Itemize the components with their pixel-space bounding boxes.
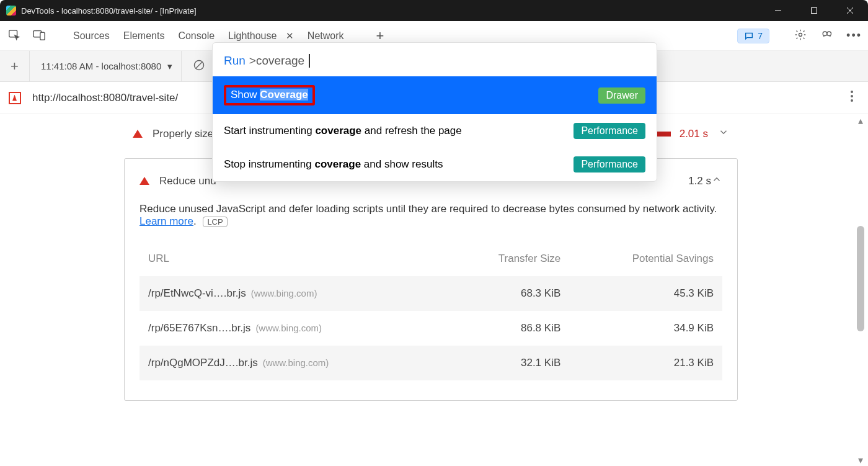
audit-reduce-js: Reduce unu 1.2 s Reduce unused JavaScrip… [124,158,738,401]
tab-sources[interactable]: Sources [72,28,111,44]
opt-highlight: coverage [314,158,361,170]
svg-point-9 [851,95,853,97]
svg-point-10 [851,99,853,102]
table-row: /rp/65E767Ksn….br.js(www.bing.com) 86.8 … [140,311,722,346]
audit-value: 2.01 s [680,128,708,140]
feedback-icon[interactable] [820,29,833,43]
lighthouse-icon [9,92,21,104]
window-close[interactable] [832,0,868,21]
opt-suffix: and refresh the page [361,125,462,137]
tab-elements[interactable]: Elements [122,28,166,44]
cell-savings: 21.3 KiB [569,346,722,380]
cell-url: /rp/65E767Ksn….br.js [148,322,250,334]
tab-lighthouse[interactable]: Lighthouse ✕ [227,28,295,44]
th-savings: Potential Savings [569,241,722,276]
chevron-down-icon[interactable] [718,127,729,141]
command-menu: Run >coverage Show Coverage Drawer Start… [212,42,657,182]
run-label: Run [224,54,246,68]
opt-highlight: Coverage [260,89,308,101]
lcp-tag: LCP [203,217,227,227]
window-minimize[interactable] [760,0,796,21]
inspect-element-icon[interactable] [7,28,21,44]
svg-point-6 [827,32,831,36]
tab-lighthouse-label: Lighthouse [228,30,277,41]
cell-savings: 34.9 KiB [569,311,722,346]
performance-badge: Performance [574,156,645,173]
svg-point-5 [823,32,827,36]
cmd-option-stop-coverage[interactable]: Stop instrumenting coverage and show res… [213,148,657,181]
scrollbar[interactable]: ▴ ▾ [856,114,866,466]
svg-point-4 [799,33,802,36]
tab-network[interactable]: Network [306,28,345,44]
cell-host: (www.bing.com) [263,357,329,368]
opt-prefix: Show [231,89,260,101]
add-tab-icon[interactable]: + [376,28,384,44]
scroll-down-icon[interactable]: ▾ [856,455,866,465]
cmd-option-show-coverage[interactable]: Show Coverage Drawer [213,76,657,114]
cell-url: /rp/EtNwcQ-vi….br.js [148,287,246,299]
report-menu-icon[interactable] [849,89,854,106]
fail-triangle-icon [133,130,143,138]
cell-savings: 45.3 KiB [569,276,722,311]
window-maximize[interactable] [796,0,832,21]
svg-point-8 [851,91,853,93]
cell-url: /rp/nQgMOPZdJ….br.js [148,357,258,369]
cmd-option-start-coverage[interactable]: Start instrumenting coverage and refresh… [213,114,657,148]
report-time: 11:41:08 AM - localhost:8080 [41,61,161,71]
cell-size: 86.8 KiB [446,311,569,346]
opt-prefix: Stop instrumenting [224,158,314,170]
scroll-thumb[interactable] [857,226,864,331]
command-text: >coverage [249,54,304,68]
command-input[interactable]: Run >coverage [213,43,657,76]
tab-console[interactable]: Console [177,28,216,44]
device-toolbar-icon[interactable] [32,28,46,44]
cell-size: 68.3 KiB [446,276,569,311]
table-row: /rp/EtNwcQ-vi….br.js(www.bing.com) 68.3 … [140,276,722,311]
cell-host: (www.bing.com) [255,323,322,333]
cell-host: (www.bing.com) [251,288,317,298]
performance-badge: Performance [574,123,645,139]
audit-value: 1.2 s [688,175,711,187]
window-titlebar: DevTools - localhost:8080/travel-site/ -… [0,0,868,21]
learn-more-link[interactable]: Learn more [140,215,193,227]
audit-title: Properly size [153,128,213,140]
gear-icon[interactable] [794,29,807,43]
text-cursor [309,54,310,68]
fail-triangle-icon [140,177,149,185]
report-selector[interactable]: 11:41:08 AM - localhost:8080 ▾ [35,51,182,82]
audit-description-text: Reduce unused JavaScript and defer loadi… [140,203,717,215]
svg-rect-3 [40,32,45,40]
audit-title: Reduce unu [159,175,216,187]
drawer-badge: Drawer [598,87,645,104]
issues-badge[interactable]: 7 [737,29,769,43]
svg-rect-0 [812,8,817,14]
unused-js-table: URL Transfer Size Potential Savings /rp/… [140,241,722,380]
th-size: Transfer Size [446,241,569,276]
chevron-up-icon[interactable] [711,174,722,188]
highlight-box: Show Coverage [224,85,315,105]
more-icon[interactable]: ••• [846,29,862,42]
close-icon[interactable]: ✕ [286,30,294,42]
opt-highlight: coverage [315,125,361,137]
opt-prefix: Start instrumenting [224,125,315,137]
chevron-down-icon: ▾ [167,61,172,72]
audit-description: Reduce unused JavaScript and defer loadi… [140,203,722,228]
window-title: DevTools - localhost:8080/travel-site/ -… [21,6,760,16]
new-report-icon[interactable]: + [0,51,30,82]
devtools-app-icon [6,6,16,16]
table-row: /rp/nQgMOPZdJ….br.js(www.bing.com) 32.1 … [140,346,722,380]
clear-icon[interactable] [193,59,205,74]
opt-suffix: and show results [361,158,443,170]
scroll-up-icon[interactable]: ▴ [856,115,866,125]
cell-size: 32.1 KiB [446,346,569,380]
th-url: URL [140,241,446,276]
issues-count: 7 [758,31,763,41]
